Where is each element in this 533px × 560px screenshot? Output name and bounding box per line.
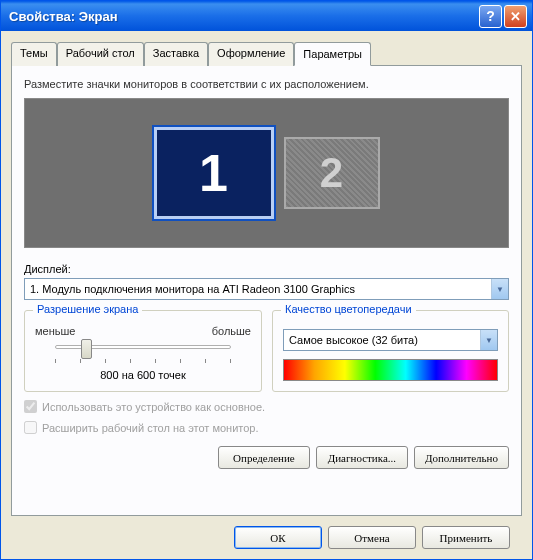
color-quality-title: Качество цветопередачи (281, 303, 416, 315)
monitor-2[interactable]: 2 (284, 137, 380, 209)
slider-ticks (55, 359, 231, 363)
tab-desktop[interactable]: Рабочий стол (57, 42, 144, 66)
resolution-title: Разрешение экрана (33, 303, 142, 315)
slider-labels: меньше больше (35, 325, 251, 337)
advanced-button[interactable]: Дополнительно (414, 446, 509, 469)
window-title: Свойства: Экран (6, 9, 477, 24)
slider-thumb[interactable] (81, 339, 92, 359)
tab-themes[interactable]: Темы (11, 42, 57, 66)
extend-desktop-checkbox (24, 421, 37, 434)
tab-appearance[interactable]: Оформление (208, 42, 294, 66)
extend-desktop-checkbox-row: Расширить рабочий стол на этот монитор. (24, 421, 509, 434)
resolution-value: 800 на 600 точек (35, 369, 251, 381)
tab-settings[interactable]: Параметры (294, 42, 371, 66)
label-more: больше (212, 325, 251, 337)
chevron-down-icon: ▼ (480, 330, 497, 350)
close-icon: ✕ (510, 9, 521, 24)
resolution-group: Разрешение экрана меньше больше 800 на 6… (24, 310, 262, 392)
identify-button[interactable]: Определение (218, 446, 310, 469)
troubleshoot-button[interactable]: Диагностика... (316, 446, 408, 469)
label-less: меньше (35, 325, 75, 337)
settings-panel: Разместите значки мониторов в соответств… (11, 65, 522, 516)
dialog-button-row: ОК Отмена Применить (11, 516, 522, 559)
display-label: Дисплей: (24, 263, 509, 275)
monitor-1[interactable]: 1 (154, 127, 274, 219)
color-quality-dropdown[interactable]: Самое высокое (32 бита) ▼ (283, 329, 498, 351)
extend-desktop-label: Расширить рабочий стол на этот монитор. (42, 422, 259, 434)
primary-device-checkbox (24, 400, 37, 413)
ok-button[interactable]: ОК (234, 526, 322, 549)
color-quality-group: Качество цветопередачи Самое высокое (32… (272, 310, 509, 392)
display-properties-window: Свойства: Экран ? ✕ Темы Рабочий стол За… (0, 0, 533, 560)
color-quality-value: Самое высокое (32 бита) (284, 334, 480, 346)
panel-button-row: Определение Диагностика... Дополнительно (24, 446, 509, 469)
monitor-arrangement-area[interactable]: 1 2 (24, 98, 509, 248)
tab-strip: Темы Рабочий стол Заставка Оформление Па… (11, 41, 522, 65)
settings-row: Разрешение экрана меньше больше 800 на 6… (24, 310, 509, 392)
instruction-text: Разместите значки мониторов в соответств… (24, 78, 509, 90)
titlebar[interactable]: Свойства: Экран ? ✕ (1, 1, 532, 31)
tab-screensaver[interactable]: Заставка (144, 42, 208, 66)
client-area: Темы Рабочий стол Заставка Оформление Па… (1, 31, 532, 559)
close-button[interactable]: ✕ (504, 5, 527, 28)
display-dropdown-value: 1. Модуль подключения монитора на ATI Ra… (25, 283, 491, 295)
color-spectrum-preview (283, 359, 498, 381)
apply-button[interactable]: Применить (422, 526, 510, 549)
primary-device-checkbox-row: Использовать это устройство как основное… (24, 400, 509, 413)
help-button[interactable]: ? (479, 5, 502, 28)
chevron-down-icon: ▼ (491, 279, 508, 299)
display-dropdown[interactable]: 1. Модуль подключения монитора на ATI Ra… (24, 278, 509, 300)
primary-device-label: Использовать это устройство как основное… (42, 401, 265, 413)
resolution-slider[interactable] (55, 339, 231, 365)
cancel-button[interactable]: Отмена (328, 526, 416, 549)
